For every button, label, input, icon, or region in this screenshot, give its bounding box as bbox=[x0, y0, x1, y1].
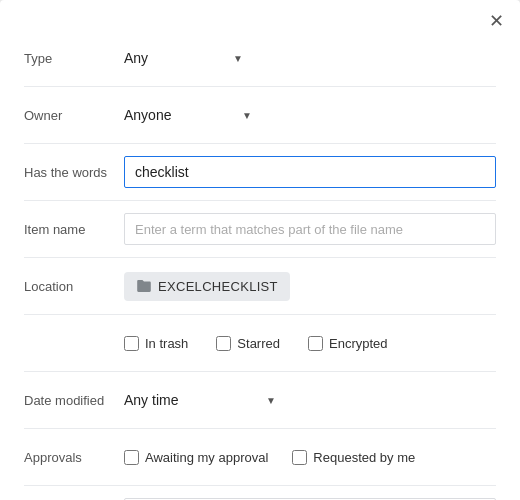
divider-6 bbox=[24, 371, 496, 372]
divider-3 bbox=[24, 200, 496, 201]
approvals-row: Approvals Awaiting my approval Requested… bbox=[24, 433, 496, 481]
date-modified-label: Date modified bbox=[24, 393, 124, 408]
type-select-arrow: ▼ bbox=[233, 53, 243, 64]
item-name-control bbox=[124, 213, 496, 245]
type-select[interactable]: Any Documents Spreadsheets Presentations… bbox=[124, 50, 231, 66]
location-button-label: EXCELCHECKLIST bbox=[158, 279, 278, 294]
location-label: Location bbox=[24, 279, 124, 294]
requested-by-me-item[interactable]: Requested by me bbox=[292, 450, 415, 465]
date-modified-arrow: ▼ bbox=[266, 395, 276, 406]
divider-2 bbox=[24, 143, 496, 144]
has-words-input[interactable] bbox=[124, 156, 496, 188]
in-trash-checkbox[interactable] bbox=[124, 336, 139, 351]
divider-7 bbox=[24, 428, 496, 429]
awaiting-approval-checkbox[interactable] bbox=[124, 450, 139, 465]
starred-item[interactable]: Starred bbox=[216, 336, 280, 351]
location-row: Location EXCELCHECKLIST bbox=[24, 262, 496, 310]
dialog-body: Type Any Documents Spreadsheets Presenta… bbox=[0, 34, 520, 500]
in-trash-item[interactable]: In trash bbox=[124, 336, 188, 351]
divider-8 bbox=[24, 485, 496, 486]
owner-select-arrow: ▼ bbox=[242, 110, 252, 121]
date-modified-row: Date modified Any time Today Last 7 days… bbox=[24, 376, 496, 424]
type-label: Type bbox=[24, 51, 124, 66]
date-modified-select[interactable]: Any time Today Last 7 days Last 30 days … bbox=[124, 392, 264, 408]
owner-select[interactable]: Anyone Me Not me Specific person bbox=[124, 107, 240, 123]
owner-row: Owner Anyone Me Not me Specific person ▼ bbox=[24, 91, 496, 139]
close-button[interactable]: ✕ bbox=[485, 8, 508, 34]
encrypted-checkbox[interactable] bbox=[308, 336, 323, 351]
advanced-search-dialog: ✕ Type Any Documents Spreadsheets Presen… bbox=[0, 0, 520, 500]
type-row: Type Any Documents Spreadsheets Presenta… bbox=[24, 34, 496, 82]
owner-select-wrapper: Anyone Me Not me Specific person ▼ bbox=[124, 107, 284, 123]
divider-4 bbox=[24, 257, 496, 258]
date-modified-control: Any time Today Last 7 days Last 30 days … bbox=[124, 392, 496, 408]
encrypted-item[interactable]: Encrypted bbox=[308, 336, 388, 351]
location-control: EXCELCHECKLIST bbox=[124, 272, 496, 301]
owner-label: Owner bbox=[24, 108, 124, 123]
has-words-label: Has the words bbox=[24, 165, 124, 180]
awaiting-approval-label: Awaiting my approval bbox=[145, 450, 268, 465]
divider-5 bbox=[24, 314, 496, 315]
checkboxes-control: In trash Starred Encrypted bbox=[124, 321, 496, 365]
requested-by-me-checkbox[interactable] bbox=[292, 450, 307, 465]
date-modified-select-wrapper: Any time Today Last 7 days Last 30 days … bbox=[124, 392, 276, 408]
starred-label: Starred bbox=[237, 336, 280, 351]
owner-control: Anyone Me Not me Specific person ▼ bbox=[124, 107, 496, 123]
awaiting-approval-item[interactable]: Awaiting my approval bbox=[124, 450, 268, 465]
encrypted-label: Encrypted bbox=[329, 336, 388, 351]
approvals-label: Approvals bbox=[24, 450, 124, 465]
has-words-control bbox=[124, 156, 496, 188]
in-trash-label: In trash bbox=[145, 336, 188, 351]
starred-checkbox[interactable] bbox=[216, 336, 231, 351]
approvals-control: Awaiting my approval Requested by me bbox=[124, 450, 496, 465]
has-words-row: Has the words bbox=[24, 148, 496, 196]
requested-by-me-label: Requested by me bbox=[313, 450, 415, 465]
folder-icon bbox=[136, 279, 152, 293]
item-name-label: Item name bbox=[24, 222, 124, 237]
type-control: Any Documents Spreadsheets Presentations… bbox=[124, 50, 496, 66]
divider-1 bbox=[24, 86, 496, 87]
checkboxes-group: In trash Starred Encrypted bbox=[124, 321, 496, 365]
dialog-header: ✕ bbox=[0, 0, 520, 34]
location-button[interactable]: EXCELCHECKLIST bbox=[124, 272, 290, 301]
type-select-wrapper: Any Documents Spreadsheets Presentations… bbox=[124, 50, 284, 66]
item-name-input[interactable] bbox=[124, 213, 496, 245]
approvals-group: Awaiting my approval Requested by me bbox=[124, 450, 496, 465]
checkboxes-row: In trash Starred Encrypted bbox=[24, 319, 496, 367]
shared-to-row: Shared to bbox=[24, 490, 496, 500]
item-name-row: Item name bbox=[24, 205, 496, 253]
